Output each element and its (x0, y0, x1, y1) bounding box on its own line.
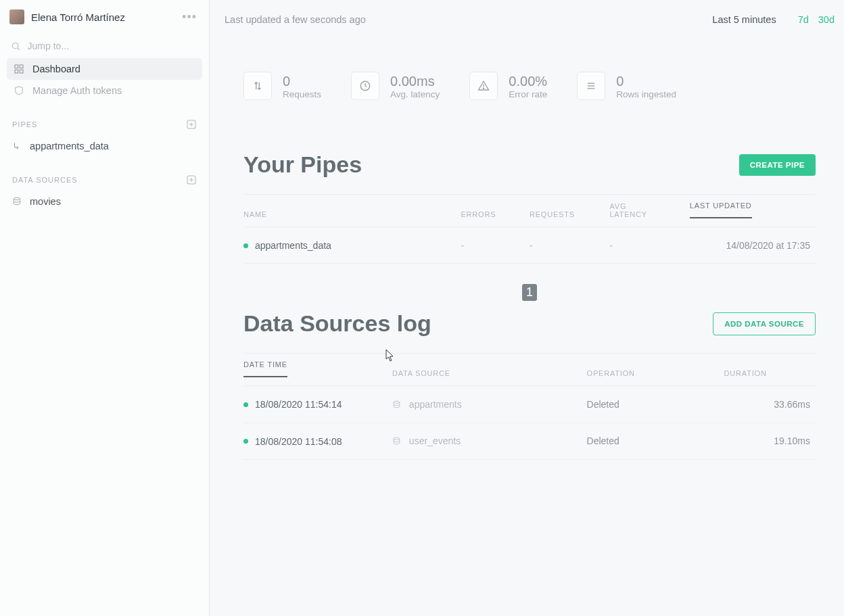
dslog-title: Data Sources log (243, 310, 431, 337)
log-op: Deleted (587, 435, 619, 446)
pipe-row[interactable]: appartments_data - - - 14/08/2020 at 17:… (243, 227, 816, 264)
stat-rows-value: 0 (616, 73, 676, 89)
topbar: Last updated a few seconds ago Last 5 mi… (225, 9, 835, 30)
svg-rect-3 (20, 65, 23, 68)
sidebar-header: Elena Torró Martínez ••• (0, 7, 209, 34)
time-range-7d[interactable]: 7d (798, 14, 809, 25)
nav-manage-tokens[interactable]: Manage Auth tokens (7, 80, 202, 101)
stats-row: 0 Requests 0.00ms Avg. latency 0.00% Err… (225, 30, 835, 100)
svg-rect-2 (15, 65, 18, 68)
svg-rect-5 (20, 70, 23, 73)
th-avg-latency[interactable]: AVGLATENCY (609, 195, 689, 227)
add-datasource-icon[interactable] (186, 174, 197, 185)
pipe-requests: - (530, 240, 533, 251)
pipes-table: NAME ERRORS REQUESTS AVGLATENCY LAST UPD… (243, 194, 816, 264)
status-dot (243, 402, 248, 407)
log-row[interactable]: 18/08/2020 11:54:08 user_events Deleted … (243, 423, 816, 459)
stat-error-value: 0.00% (509, 73, 547, 89)
pipes-section-title: PIPES (12, 120, 37, 128)
pipes-section-header: PIPES (0, 101, 209, 135)
search-input[interactable] (28, 41, 198, 51)
stat-latency-label: Avg. latency (390, 89, 440, 99)
stat-requests-value: 0 (283, 73, 321, 89)
svg-point-17 (484, 88, 484, 89)
log-dur: 33.66ms (774, 399, 810, 410)
add-datasource-button[interactable]: ADD DATA SOURCE (713, 312, 816, 335)
svg-rect-4 (15, 70, 18, 73)
th-duration[interactable]: DURATION (724, 354, 816, 386)
nav-dashboard-label: Dashboard (32, 64, 80, 74)
search-icon (11, 41, 21, 51)
pipes-pager: 1 (243, 264, 816, 304)
stat-rows: 0 Rows ingested (577, 72, 676, 100)
stat-requests-label: Requests (283, 89, 321, 99)
sidebar-pipe-item[interactable]: appartments_data (0, 135, 209, 157)
svg-point-21 (394, 401, 400, 403)
stat-rows-label: Rows ingested (616, 89, 676, 99)
log-ds: user_events (409, 435, 461, 446)
database-icon (12, 197, 22, 206)
database-icon (392, 400, 401, 409)
shield-icon (14, 85, 24, 96)
svg-point-0 (12, 43, 18, 49)
th-requests[interactable]: REQUESTS (530, 195, 609, 227)
sidebar: Elena Torró Martínez ••• Dashboard Manag… (0, 0, 210, 616)
stat-latency: 0.00ms Avg. latency (351, 72, 440, 100)
th-name[interactable]: NAME (243, 195, 461, 227)
nav-list: Dashboard Manage Auth tokens (0, 58, 209, 101)
stat-error: 0.00% Error rate (469, 72, 547, 100)
latency-icon (351, 72, 379, 100)
search-row[interactable] (0, 34, 209, 58)
dashboard-icon (14, 64, 24, 74)
datasources-section-header: DATA SOURCES (0, 157, 209, 191)
pipe-errors: - (461, 240, 464, 251)
log-dt: 18/08/2020 11:54:14 (255, 400, 342, 410)
rows-icon (577, 72, 605, 100)
svg-point-12 (14, 197, 20, 200)
main: Last updated a few seconds ago Last 5 mi… (210, 0, 844, 616)
stat-latency-value: 0.00ms (390, 73, 440, 89)
stat-error-label: Error rate (509, 89, 547, 99)
status-dot (243, 439, 248, 444)
svg-point-22 (394, 437, 400, 440)
pipe-updated: 14/08/2020 at 17:35 (726, 240, 810, 251)
th-operation[interactable]: OPERATION (587, 354, 724, 386)
last-updated-text: Last updated a few seconds ago (225, 14, 366, 25)
avatar[interactable] (9, 9, 24, 24)
sidebar-datasource-item[interactable]: movies (0, 191, 209, 212)
sidebar-datasource-label: movies (30, 196, 61, 207)
th-last-updated[interactable]: LAST UPDATED (690, 195, 816, 227)
log-dur: 19.10ms (774, 435, 810, 446)
add-pipe-icon[interactable] (186, 119, 197, 130)
pipe-latency: - (609, 240, 613, 251)
status-dot (243, 243, 248, 248)
dslog-block: Data Sources log ADD DATA SOURCE DATE TI… (225, 304, 835, 460)
stat-requests: 0 Requests (243, 72, 321, 100)
database-icon (392, 437, 401, 446)
time-range-active[interactable]: Last 5 minutes (712, 14, 776, 25)
requests-icon (243, 72, 272, 100)
time-range-30d[interactable]: 30d (818, 14, 835, 25)
page-number[interactable]: 1 (522, 284, 537, 301)
nav-dashboard[interactable]: Dashboard (7, 58, 202, 80)
th-datasource[interactable]: DATA SOURCE (392, 354, 587, 386)
pipe-icon (12, 141, 22, 151)
log-op: Deleted (587, 399, 619, 410)
user-name: Elena Torró Martínez (31, 11, 179, 23)
nav-manage-tokens-label: Manage Auth tokens (32, 85, 122, 96)
sidebar-pipe-label: appartments_data (30, 141, 109, 151)
th-datetime[interactable]: DATE TIME (243, 354, 392, 386)
log-ds: appartments (409, 399, 462, 410)
log-row[interactable]: 18/08/2020 11:54:14 appartments Deleted … (243, 386, 816, 423)
datasources-section-title: DATA SOURCES (12, 176, 78, 184)
more-icon[interactable]: ••• (179, 10, 200, 24)
create-pipe-button[interactable]: CREATE PIPE (739, 154, 816, 176)
dslog-table: DATE TIME DATA SOURCE OPERATION DURATION… (243, 353, 816, 460)
th-errors[interactable]: ERRORS (461, 195, 530, 227)
pipe-name: appartments_data (255, 240, 331, 251)
pipes-title: Your Pipes (243, 151, 362, 178)
log-dt: 18/08/2020 11:54:08 (255, 436, 342, 447)
pipes-block: Your Pipes CREATE PIPE NAME ERRORS REQUE… (225, 100, 835, 304)
svg-line-1 (18, 48, 20, 50)
error-icon (469, 72, 498, 100)
